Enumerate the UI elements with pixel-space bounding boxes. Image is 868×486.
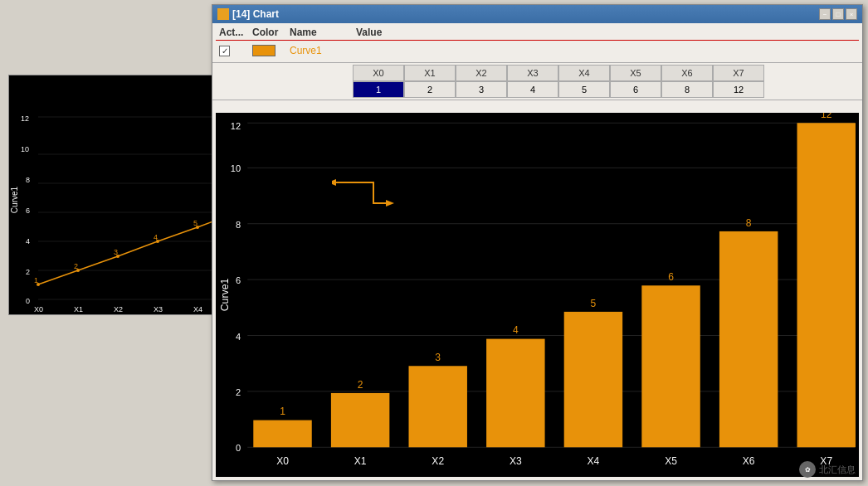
- grid-val-2[interactable]: 3: [456, 81, 507, 98]
- svg-point-24: [37, 283, 40, 286]
- svg-text:X3: X3: [510, 455, 522, 467]
- table-data-row: ✓ Curve1: [216, 42, 859, 59]
- grid-val-5[interactable]: 6: [610, 81, 661, 98]
- svg-text:12: 12: [21, 114, 29, 123]
- grid-header-row: X0 X1 X2 X3 X4 X5 X6 X7: [353, 65, 764, 81]
- svg-rect-71: [797, 123, 856, 447]
- svg-text:2: 2: [358, 379, 363, 391]
- minimize-button[interactable]: −: [819, 8, 831, 20]
- svg-text:X2: X2: [114, 305, 123, 313]
- svg-text:12: 12: [821, 113, 832, 120]
- col-name-header: Name: [290, 27, 356, 38]
- svg-text:X4: X4: [588, 455, 600, 467]
- value-grid-container: X0 X1 X2 X3 X4 X5 X6 X7 1 2 3 4 5 6 8 12: [353, 65, 764, 98]
- grid-header-x3: X3: [507, 65, 558, 81]
- svg-point-27: [156, 240, 159, 243]
- svg-point-25: [76, 269, 80, 272]
- chart-icon: [217, 8, 229, 20]
- svg-marker-40: [386, 200, 394, 207]
- svg-text:4: 4: [513, 324, 519, 336]
- title-controls: − □ ×: [819, 8, 857, 20]
- svg-rect-59: [331, 393, 389, 447]
- grid-val-4[interactable]: 5: [558, 81, 610, 98]
- col-act-header: Act...: [219, 27, 252, 38]
- curve-name: Curve1: [290, 45, 356, 56]
- svg-text:X6: X6: [743, 455, 755, 467]
- svg-marker-41: [332, 179, 336, 186]
- grid-value-row: 1 2 3 4 5 6 8 12: [353, 81, 764, 98]
- watermark-icon: ✿: [799, 461, 816, 478]
- svg-text:X5: X5: [665, 455, 677, 467]
- svg-text:X3: X3: [154, 305, 163, 313]
- watermark-text: 北汇信息: [819, 464, 856, 476]
- color-swatch[interactable]: [252, 45, 276, 56]
- grid-val-0[interactable]: 1: [353, 81, 404, 98]
- title-bar: [14] Chart − □ ×: [212, 5, 862, 23]
- svg-point-28: [196, 226, 199, 229]
- svg-text:Curve1: Curve1: [10, 186, 19, 213]
- grid-header-x7: X7: [713, 65, 764, 81]
- svg-text:X1: X1: [354, 455, 367, 467]
- color-cell: [252, 45, 290, 56]
- svg-text:8: 8: [26, 176, 30, 184]
- col-value-header: Value: [356, 27, 382, 38]
- svg-rect-63: [486, 339, 544, 448]
- grid-header-x5: X5: [610, 65, 661, 81]
- value-section-spacer: [216, 65, 353, 98]
- restore-button[interactable]: □: [832, 8, 844, 20]
- svg-text:8: 8: [236, 220, 241, 230]
- svg-text:0: 0: [236, 443, 241, 453]
- svg-text:X4: X4: [193, 305, 202, 313]
- svg-text:12: 12: [231, 121, 241, 131]
- svg-text:X0: X0: [34, 305, 43, 313]
- grid-header-x4: X4: [558, 65, 610, 81]
- svg-rect-61: [409, 366, 467, 447]
- grid-header-x2: X2: [456, 65, 507, 81]
- close-button[interactable]: ×: [846, 8, 857, 20]
- svg-point-26: [116, 255, 119, 258]
- table-header-row: Act... Color Name Value: [216, 27, 859, 38]
- svg-text:4: 4: [236, 332, 241, 342]
- svg-text:2: 2: [236, 387, 241, 397]
- svg-text:1: 1: [280, 406, 285, 417]
- svg-text:8: 8: [746, 217, 752, 229]
- svg-text:0: 0: [26, 297, 30, 305]
- table-area: Act... Color Name Value ✓ Curve1: [212, 23, 862, 63]
- svg-text:Curve1: Curve1: [219, 279, 231, 312]
- svg-text:2: 2: [26, 268, 30, 276]
- watermark: ✿ 北汇信息: [799, 461, 856, 478]
- value-section: X0 X1 X2 X3 X4 X5 X6 X7 1 2 3 4 5 6 8 12: [212, 63, 862, 100]
- svg-rect-65: [564, 312, 622, 447]
- grid-header-x6: X6: [661, 65, 713, 81]
- grid-header-x1: X1: [404, 65, 456, 81]
- svg-text:6: 6: [26, 207, 30, 215]
- svg-text:10: 10: [21, 145, 29, 153]
- title-bar-left: [14] Chart: [217, 8, 279, 20]
- arrow-indicator: [332, 174, 398, 218]
- svg-rect-67: [641, 285, 700, 447]
- svg-text:4: 4: [26, 237, 30, 245]
- active-checkbox[interactable]: ✓: [219, 46, 230, 56]
- svg-text:6: 6: [668, 271, 674, 283]
- svg-rect-57: [253, 420, 311, 448]
- main-window: [14] Chart − □ × Act... Color Name Value…: [212, 4, 863, 481]
- grid-header-x0: X0: [353, 65, 404, 81]
- grid-val-3[interactable]: 4: [507, 81, 558, 98]
- svg-text:X0: X0: [276, 455, 289, 467]
- grid-val-1[interactable]: 2: [404, 81, 456, 98]
- col-color-header: Color: [252, 27, 290, 38]
- checkbox-cell[interactable]: ✓: [219, 46, 252, 56]
- svg-text:6: 6: [236, 275, 241, 285]
- svg-text:10: 10: [231, 163, 241, 173]
- svg-text:5: 5: [591, 298, 597, 309]
- grid-val-7[interactable]: 12: [713, 81, 764, 98]
- svg-text:X1: X1: [74, 305, 83, 313]
- bar-chart-container: Curve1 0 2 4 6 8 10 12: [216, 113, 859, 477]
- svg-rect-69: [719, 231, 778, 447]
- window-title: [14] Chart: [232, 8, 279, 20]
- grid-val-6[interactable]: 8: [661, 81, 713, 98]
- svg-text:X2: X2: [432, 455, 444, 467]
- svg-text:3: 3: [435, 352, 441, 363]
- header-separator: [216, 40, 859, 41]
